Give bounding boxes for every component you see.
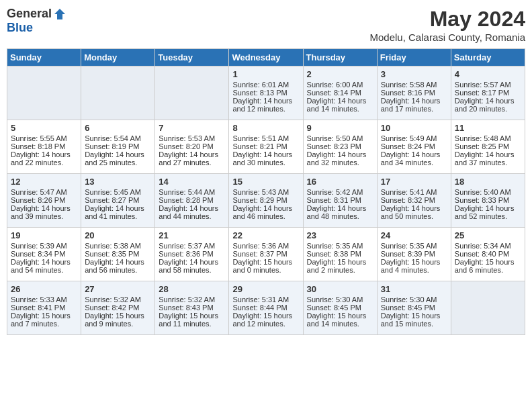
day-number: 15 xyxy=(232,177,299,187)
title-block: May 2024 Modelu, Calarasi County, Romani… xyxy=(370,7,526,43)
sunrise-text: Sunrise: 5:36 AM xyxy=(232,242,299,250)
logo-blue-text: Blue xyxy=(7,21,33,35)
sunset-text: Sunset: 8:17 PM xyxy=(455,89,521,97)
day-number: 5 xyxy=(11,123,77,133)
sunset-text: Sunset: 8:36 PM xyxy=(159,250,225,258)
sunrise-text: Sunrise: 5:51 AM xyxy=(232,134,299,142)
daylight-text: Daylight: 14 hours and 41 minutes. xyxy=(85,204,151,220)
sunset-text: Sunset: 8:21 PM xyxy=(232,142,299,150)
sunrise-text: Sunrise: 5:37 AM xyxy=(159,242,225,250)
day-number: 12 xyxy=(11,177,77,187)
calendar-cell: 11Sunrise: 5:48 AMSunset: 8:25 PMDayligh… xyxy=(451,120,525,174)
calendar-cell: 4Sunrise: 5:57 AMSunset: 8:17 PMDaylight… xyxy=(451,66,525,120)
daylight-text: Daylight: 14 hours and 17 minutes. xyxy=(381,97,447,113)
sunset-text: Sunset: 8:35 PM xyxy=(85,250,151,258)
day-number: 9 xyxy=(307,123,373,133)
daylight-text: Daylight: 15 hours and 15 minutes. xyxy=(381,312,447,328)
calendar-week-row: 1Sunrise: 6:01 AMSunset: 8:13 PMDaylight… xyxy=(7,66,525,120)
day-number: 24 xyxy=(381,230,447,240)
sunrise-text: Sunrise: 5:43 AM xyxy=(232,188,299,196)
calendar-cell: 16Sunrise: 5:42 AMSunset: 8:31 PMDayligh… xyxy=(303,174,377,228)
sunrise-text: Sunrise: 5:33 AM xyxy=(11,295,77,304)
day-number: 2 xyxy=(307,69,373,79)
sunrise-text: Sunrise: 5:42 AM xyxy=(307,188,373,196)
daylight-text: Daylight: 14 hours and 37 minutes. xyxy=(455,150,521,167)
daylight-text: Daylight: 14 hours and 48 minutes. xyxy=(307,204,373,220)
calendar-table: SundayMondayTuesdayWednesdayThursdayFrid… xyxy=(7,48,525,335)
day-number: 13 xyxy=(85,177,151,187)
sunrise-text: Sunrise: 6:00 AM xyxy=(307,81,373,89)
sunset-text: Sunset: 8:24 PM xyxy=(381,142,447,150)
sunset-text: Sunset: 8:16 PM xyxy=(381,89,447,97)
calendar-cell: 30Sunrise: 5:30 AMSunset: 8:45 PMDayligh… xyxy=(303,281,377,335)
daylight-text: Daylight: 14 hours and 32 minutes. xyxy=(307,150,373,167)
logo-icon xyxy=(53,7,66,21)
sunrise-text: Sunrise: 5:38 AM xyxy=(85,242,151,250)
column-header-wednesday: Wednesday xyxy=(229,49,303,66)
daylight-text: Daylight: 15 hours and 12 minutes. xyxy=(232,312,299,328)
sunrise-text: Sunrise: 5:55 AM xyxy=(11,134,77,142)
sunset-text: Sunset: 8:32 PM xyxy=(381,196,447,204)
daylight-text: Daylight: 14 hours and 44 minutes. xyxy=(159,204,225,220)
day-number: 21 xyxy=(159,230,225,240)
sunrise-text: Sunrise: 5:45 AM xyxy=(85,188,151,196)
sunrise-text: Sunrise: 5:50 AM xyxy=(307,134,373,142)
daylight-text: Daylight: 15 hours and 9 minutes. xyxy=(85,312,151,328)
sunset-text: Sunset: 8:41 PM xyxy=(11,304,77,312)
day-number: 26 xyxy=(11,284,77,294)
day-number: 10 xyxy=(381,123,447,133)
calendar-cell: 8Sunrise: 5:51 AMSunset: 8:21 PMDaylight… xyxy=(229,120,303,174)
daylight-text: Daylight: 14 hours and 56 minutes. xyxy=(85,258,151,274)
calendar-cell: 29Sunrise: 5:31 AMSunset: 8:44 PMDayligh… xyxy=(229,281,303,335)
daylight-text: Daylight: 14 hours and 46 minutes. xyxy=(232,204,299,220)
logo: General Blue xyxy=(7,7,66,35)
daylight-text: Daylight: 14 hours and 54 minutes. xyxy=(11,258,77,274)
sunrise-text: Sunrise: 5:49 AM xyxy=(381,134,447,142)
daylight-text: Daylight: 14 hours and 27 minutes. xyxy=(159,150,225,167)
sunset-text: Sunset: 8:31 PM xyxy=(307,196,373,204)
sunset-text: Sunset: 8:38 PM xyxy=(307,250,373,258)
sunrise-text: Sunrise: 5:32 AM xyxy=(159,295,225,304)
day-number: 18 xyxy=(455,177,521,187)
calendar-cell: 27Sunrise: 5:32 AMSunset: 8:42 PMDayligh… xyxy=(81,281,155,335)
calendar-cell: 24Sunrise: 5:35 AMSunset: 8:39 PMDayligh… xyxy=(377,228,451,281)
sunset-text: Sunset: 8:45 PM xyxy=(307,304,373,312)
column-header-saturday: Saturday xyxy=(451,49,525,66)
calendar-cell xyxy=(155,66,229,120)
daylight-text: Daylight: 15 hours and 14 minutes. xyxy=(307,312,373,328)
calendar-cell: 5Sunrise: 5:55 AMSunset: 8:18 PMDaylight… xyxy=(7,120,81,174)
sunrise-text: Sunrise: 5:35 AM xyxy=(381,242,447,250)
calendar-cell: 12Sunrise: 5:47 AMSunset: 8:26 PMDayligh… xyxy=(7,174,81,228)
calendar-cell: 20Sunrise: 5:38 AMSunset: 8:35 PMDayligh… xyxy=(81,228,155,281)
sunset-text: Sunset: 8:43 PM xyxy=(159,304,225,312)
calendar-cell: 7Sunrise: 5:53 AMSunset: 8:20 PMDaylight… xyxy=(155,120,229,174)
sunset-text: Sunset: 8:19 PM xyxy=(85,142,151,150)
daylight-text: Daylight: 14 hours and 12 minutes. xyxy=(232,97,299,113)
day-number: 22 xyxy=(232,230,299,240)
day-number: 6 xyxy=(85,123,151,133)
sunset-text: Sunset: 8:34 PM xyxy=(11,250,77,258)
calendar-cell: 31Sunrise: 5:30 AMSunset: 8:45 PMDayligh… xyxy=(377,281,451,335)
calendar-week-row: 26Sunrise: 5:33 AMSunset: 8:41 PMDayligh… xyxy=(7,281,525,335)
daylight-text: Daylight: 15 hours and 0 minutes. xyxy=(232,258,299,274)
sunset-text: Sunset: 8:26 PM xyxy=(11,196,77,204)
month-title: May 2024 xyxy=(370,7,526,32)
daylight-text: Daylight: 14 hours and 52 minutes. xyxy=(455,204,521,220)
sunrise-text: Sunrise: 5:58 AM xyxy=(381,81,447,89)
calendar-cell: 1Sunrise: 6:01 AMSunset: 8:13 PMDaylight… xyxy=(229,66,303,120)
calendar-week-row: 12Sunrise: 5:47 AMSunset: 8:26 PMDayligh… xyxy=(7,174,525,228)
sunset-text: Sunset: 8:20 PM xyxy=(159,142,225,150)
daylight-text: Daylight: 15 hours and 11 minutes. xyxy=(159,312,225,328)
day-number: 29 xyxy=(232,284,299,294)
daylight-text: Daylight: 14 hours and 50 minutes. xyxy=(381,204,447,220)
day-number: 19 xyxy=(11,230,77,240)
sunrise-text: Sunrise: 5:47 AM xyxy=(11,188,77,196)
sunset-text: Sunset: 8:13 PM xyxy=(232,89,299,97)
day-number: 4 xyxy=(455,69,521,79)
calendar-cell: 26Sunrise: 5:33 AMSunset: 8:41 PMDayligh… xyxy=(7,281,81,335)
sunset-text: Sunset: 8:28 PM xyxy=(159,196,225,204)
calendar-cell: 18Sunrise: 5:40 AMSunset: 8:33 PMDayligh… xyxy=(451,174,525,228)
sunrise-text: Sunrise: 5:30 AM xyxy=(307,295,373,304)
sunrise-text: Sunrise: 5:53 AM xyxy=(159,134,225,142)
daylight-text: Daylight: 14 hours and 14 minutes. xyxy=(307,97,373,113)
